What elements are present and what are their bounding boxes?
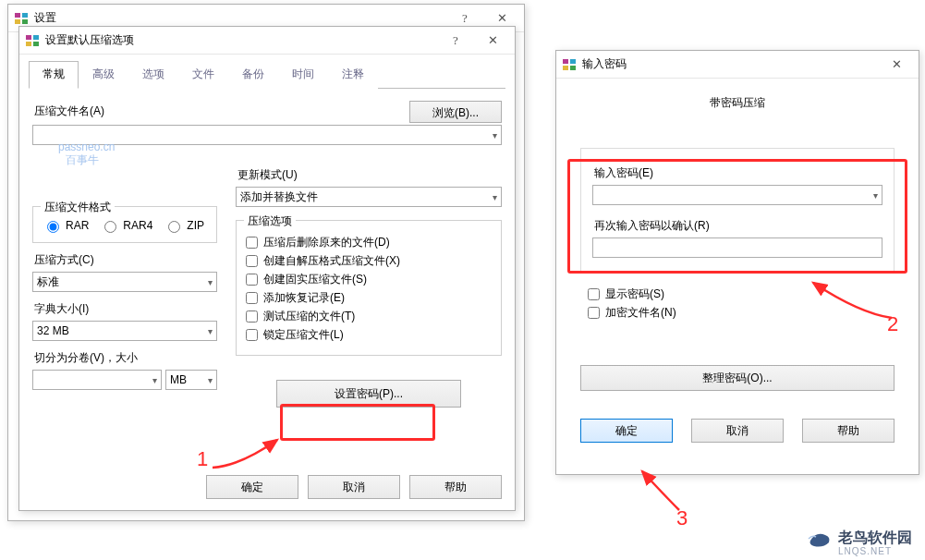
watermark-line2: 百事牛	[66, 153, 115, 166]
password-input[interactable]: ▾	[592, 185, 882, 205]
enter-password-label: 输入密码(E)	[594, 165, 882, 181]
dialog2-title: 输入密码	[582, 56, 878, 72]
help-button[interactable]: ?	[437, 28, 474, 54]
tab-options[interactable]: 选项	[128, 61, 178, 89]
browse-button[interactable]: 浏览(B)...	[409, 101, 502, 123]
watermark-line1: passneo.cn	[58, 140, 115, 153]
organize-passwords-button[interactable]: 整理密码(O)...	[580, 365, 895, 391]
tab-backup[interactable]: 备份	[228, 61, 278, 89]
chevron-down-icon: ▾	[152, 375, 157, 385]
opt-solid[interactable]: 创建固实压缩文件(S)	[246, 272, 492, 287]
dialog1-titlebar: 设置默认压缩选项 ? ✕	[19, 27, 515, 55]
reenter-password-label: 再次输入密码以确认(R)	[594, 218, 882, 234]
left-column: 压缩文件格式 RAR RAR4 ZIP 压缩方式(C) 标准 ▾ 字典大小(I)…	[32, 164, 217, 408]
dialog1-title: 设置默认压缩选项	[45, 32, 437, 48]
app-icon	[14, 11, 29, 26]
tab-advanced[interactable]: 高级	[79, 61, 128, 89]
split-label: 切分为分卷(V)，大小	[34, 350, 217, 366]
chevron-down-icon: ▾	[208, 277, 213, 287]
dialog2-body: 输入密码(E) ▾ 再次输入密码以确认(R) 显示密码(S) 加密文件名(N) …	[556, 118, 919, 456]
ok-button[interactable]: 确定	[206, 475, 298, 499]
close-button[interactable]: ✕	[474, 28, 511, 54]
dialog1-body: 压缩文件名(A) 浏览(B)... ▾ passneo.cn 百事牛 压缩文件格…	[19, 89, 515, 420]
svg-rect-6	[26, 42, 31, 46]
format-groupbox: 压缩文件格式 RAR RAR4 ZIP	[32, 206, 217, 243]
dict-label: 字典大小(I)	[34, 301, 217, 317]
svg-rect-3	[22, 19, 28, 24]
method-select[interactable]: 标准 ▾	[32, 272, 217, 292]
svg-rect-2	[15, 19, 20, 24]
tab-comment[interactable]: 注释	[328, 61, 378, 89]
cancel-button[interactable]: 取消	[691, 419, 784, 443]
archive-name-label: 压缩文件名(A)	[34, 103, 404, 119]
opt-sfx[interactable]: 创建自解压格式压缩文件(X)	[246, 253, 492, 269]
tab-strip: 常规 高级 选项 文件 备份 时间 注释	[29, 60, 505, 89]
default-compression-dialog: 设置默认压缩选项 ? ✕ 常规 高级 选项 文件 备份 时间 注释 压缩文件名(…	[18, 26, 516, 511]
watermark: passneo.cn 百事牛	[58, 140, 115, 167]
footer-name: 老鸟软件园	[838, 530, 912, 545]
radio-rar-input[interactable]	[47, 221, 59, 233]
show-password-checkbox[interactable]: 显示密码(S)	[588, 286, 895, 302]
dialog2-heading: 带密码压缩	[556, 79, 919, 118]
chevron-down-icon: ▾	[873, 190, 878, 201]
right-column: 更新模式(U) 添加并替换文件 ▾ 压缩选项 压缩后删除原来的文件(D) 创建自…	[236, 164, 502, 408]
settings-title: 设置	[34, 10, 446, 26]
split-unit-select[interactable]: MB ▾	[165, 370, 217, 390]
footer-logo: 老鸟软件园 LNQS.NET	[807, 529, 912, 556]
set-password-button[interactable]: 设置密码(P)...	[276, 380, 461, 408]
chevron-down-icon: ▾	[208, 326, 213, 336]
cancel-button[interactable]: 取消	[308, 475, 400, 499]
dict-select[interactable]: 32 MB ▾	[32, 321, 217, 341]
password-dialog: 输入密码 ✕ 带密码压缩 输入密码(E) ▾ 再次输入密码以确认(R) 显示密码…	[555, 50, 919, 475]
split-size-input[interactable]: ▾	[32, 370, 162, 390]
app-icon	[25, 33, 40, 48]
svg-rect-7	[33, 42, 39, 46]
chevron-down-icon: ▾	[493, 192, 497, 202]
svg-rect-1	[22, 13, 28, 18]
annotation-number-3: 3	[676, 506, 688, 530]
password-group: 输入密码(E) ▾ 再次输入密码以确认(R)	[580, 148, 895, 274]
svg-rect-8	[563, 59, 568, 64]
options-legend: 压缩选项	[244, 213, 296, 229]
radio-rar4[interactable]: RAR4	[100, 218, 152, 233]
password-confirm-input[interactable]	[592, 237, 882, 258]
update-mode-select[interactable]: 添加并替换文件 ▾	[236, 187, 502, 207]
radio-zip-input[interactable]	[168, 221, 180, 233]
radio-rar4-input[interactable]	[104, 221, 116, 233]
ok-button[interactable]: 确定	[580, 419, 673, 443]
svg-rect-4	[26, 35, 31, 40]
tab-files[interactable]: 文件	[178, 61, 228, 89]
help-button[interactable]: 帮助	[802, 419, 895, 443]
footer-sub: LNQS.NET	[838, 546, 912, 556]
radio-zip[interactable]: ZIP	[164, 218, 204, 233]
opt-delete-after[interactable]: 压缩后删除原来的文件(D)	[246, 235, 492, 250]
opt-recovery[interactable]: 添加恢复记录(E)	[246, 290, 492, 306]
opt-test[interactable]: 测试压缩的文件(T)	[246, 309, 492, 324]
close-button[interactable]: ✕	[878, 52, 915, 78]
method-label: 压缩方式(C)	[34, 252, 217, 268]
options-groupbox: 压缩选项 压缩后删除原来的文件(D) 创建自解压格式压缩文件(X) 创建固实压缩…	[236, 220, 502, 356]
chevron-down-icon: ▾	[493, 130, 497, 140]
format-legend: 压缩文件格式	[41, 200, 115, 215]
svg-rect-5	[33, 35, 39, 40]
update-mode-label: 更新模式(U)	[237, 167, 502, 183]
app-icon	[562, 57, 577, 72]
svg-rect-11	[570, 66, 576, 70]
tab-general[interactable]: 常规	[29, 61, 79, 89]
encrypt-filenames-checkbox[interactable]: 加密文件名(N)	[588, 305, 895, 321]
svg-rect-0	[15, 13, 20, 18]
tab-time[interactable]: 时间	[278, 61, 328, 89]
dialog2-titlebar: 输入密码 ✕	[556, 51, 919, 79]
svg-rect-9	[570, 59, 576, 64]
svg-rect-10	[563, 66, 568, 70]
help-button[interactable]: 帮助	[409, 475, 502, 499]
radio-rar[interactable]: RAR	[43, 218, 89, 233]
opt-lock[interactable]: 锁定压缩文件(L)	[246, 327, 492, 343]
bird-icon	[807, 530, 833, 555]
chevron-down-icon: ▾	[208, 375, 213, 385]
